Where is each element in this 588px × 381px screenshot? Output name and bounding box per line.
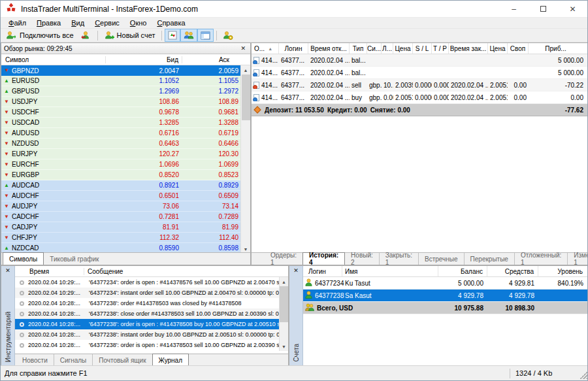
accounts-side-label[interactable]: Счета xyxy=(293,344,300,362)
resize-grip[interactable] xyxy=(580,371,587,379)
tab-symbols[interactable]: Символы xyxy=(3,252,44,265)
column-login[interactable]: Логин xyxy=(303,266,342,276)
toggle-market-watch-button[interactable] xyxy=(165,29,180,42)
menu-view[interactable]: Вид xyxy=(66,18,90,27)
symbol-row[interactable]: ▼AUDCHF0.65010.6509 xyxy=(1,191,242,201)
close-button[interactable]: ✕ xyxy=(558,1,587,17)
column-symbol[interactable]: Символ xyxy=(1,56,106,63)
symbol-row[interactable]: ▼GBPNZD2.00472.0059 xyxy=(1,65,242,76)
journal-row[interactable]: 2020.02.04 10:28:...'64377238': order #4… xyxy=(15,298,279,308)
column-level[interactable]: Уровень xyxy=(538,266,588,276)
tab-history[interactable]: История: 4 xyxy=(302,252,345,265)
symbol-row[interactable]: ▼CADJPY81.9181.99 xyxy=(1,222,242,233)
column-symbol[interactable]: Си... xyxy=(367,43,382,54)
toolbar: Подключить все Новый счет xyxy=(1,28,587,42)
symbol-row[interactable]: ▼AUDJPY73.0673.14 xyxy=(1,201,242,212)
accounts-close-icon[interactable]: ✕ xyxy=(291,267,301,274)
tab-mailbox[interactable]: Почтовый ящик xyxy=(92,354,152,366)
scroll-down-icon[interactable]: ▼ xyxy=(282,342,286,351)
symbol-row[interactable]: ▼NZDUSD0.64630.6466 xyxy=(1,139,242,149)
journal-close-icon[interactable]: ✕ xyxy=(3,267,12,274)
person-gear-icon xyxy=(223,31,233,41)
tab-close[interactable]: Закрыть: 1 xyxy=(379,253,418,265)
column-swap[interactable]: Своп xyxy=(508,43,529,54)
column-type[interactable]: Тип xyxy=(350,43,367,54)
column-equity[interactable]: Средства xyxy=(487,266,538,276)
column-profit[interactable]: Приб... xyxy=(529,43,588,54)
tab-signals[interactable]: Сигналы xyxy=(54,354,93,366)
account-settings-button[interactable] xyxy=(220,29,237,42)
journal-row[interactable]: 2020.02.04 10:28:...'64377238': close or… xyxy=(15,308,279,319)
toggle-accounts-button[interactable] xyxy=(180,29,197,42)
scroll-thumb[interactable] xyxy=(242,75,250,120)
column-sl[interactable]: S / L xyxy=(413,43,432,54)
order-row[interactable]: 414... 64377...2020.02.04 ... bal... 5 0… xyxy=(252,54,588,67)
connect-all-button[interactable]: Подключить все xyxy=(3,29,77,42)
symbol-row[interactable]: ▲AUDCAD0.89210.8929 xyxy=(1,180,242,191)
column-login[interactable]: Логин xyxy=(279,43,308,54)
tab-news[interactable]: Новости xyxy=(16,354,54,366)
column-ask[interactable]: Аск xyxy=(182,56,232,63)
column-bid[interactable]: Бид xyxy=(106,56,182,63)
journal-row[interactable]: 2020.02.04 10:29:...'64377234': order is… xyxy=(15,277,279,288)
account-row[interactable]: 64377234 Ku Tasut 5 000.00 4 929.81 840.… xyxy=(303,277,588,290)
column-price[interactable]: Цена xyxy=(393,43,413,54)
symbol-row[interactable]: ▼AUDUSD0.67160.6719 xyxy=(1,128,242,139)
price-down-icon: ▼ xyxy=(4,68,9,73)
order-row[interactable]: 414... 64377...2020.02.04 ... sellgbp...… xyxy=(252,79,588,91)
column-order[interactable]: О...▲ xyxy=(252,43,279,54)
tab-modify[interactable]: Изменить: 1 xyxy=(567,253,588,265)
symbol-row[interactable]: ▼USDJPY108.86108.89 xyxy=(1,97,242,107)
menu-file[interactable]: Файл xyxy=(3,18,31,27)
account-row[interactable]: 64377238 Sa Kasut 4 929.78 4 929.78 xyxy=(303,290,588,302)
order-row[interactable]: 414... 64377...2020.02.04 ... buygbp... … xyxy=(252,91,588,104)
market-watch-scrollbar[interactable]: ▲ ▼ xyxy=(240,65,250,254)
scroll-up-icon[interactable]: ▲ xyxy=(244,65,248,75)
scroll-up-icon[interactable]: ▲ xyxy=(282,277,286,286)
column-tp[interactable]: T / P xyxy=(432,43,449,54)
menu-service[interactable]: Сервис xyxy=(90,18,125,27)
menu-edit[interactable]: Правка xyxy=(31,18,66,27)
disconnect-all-button[interactable] xyxy=(77,29,95,42)
symbol-row[interactable]: ▼EURGBP0.85200.8523 xyxy=(1,170,242,180)
journal-row[interactable]: 2020.02.04 10:28:...'64377238': order is… xyxy=(15,340,279,350)
journal-scrollbar[interactable]: ▲ ▼ xyxy=(279,277,288,351)
summary-profit: -77.62 xyxy=(565,107,588,114)
tab-journal[interactable]: Журнал xyxy=(152,354,189,366)
symbol-row[interactable]: ▲GBPUSD1.29691.2972 xyxy=(1,86,242,97)
column-close-price[interactable]: Цена xyxy=(488,43,508,54)
journal-row[interactable]: 2020.02.04 10:28:...'64377238': order is… xyxy=(15,319,279,329)
symbol-row[interactable]: ▼CHFJPY112.32112.40 xyxy=(1,233,242,243)
title-bar: InstaTrader MultiTerminal - InstaForex-1… xyxy=(1,1,587,18)
journal-side-label[interactable]: Инструментарий xyxy=(5,312,12,362)
symbol-row[interactable]: ▼EURCHF1.06961.0699 xyxy=(1,159,242,170)
maximize-button[interactable] xyxy=(529,1,558,17)
column-lots[interactable]: Л... xyxy=(382,43,393,54)
column-balance[interactable]: Баланс xyxy=(438,266,487,276)
price-up-icon: ▲ xyxy=(4,246,9,251)
menu-window[interactable]: Окно xyxy=(125,18,152,27)
scroll-thumb[interactable] xyxy=(280,286,288,322)
symbol-row[interactable]: ▼CADCHF0.72810.7289 xyxy=(1,212,242,222)
tab-pending[interactable]: Отложенный: 1 xyxy=(514,253,567,265)
tab-tick-chart[interactable]: Тиковый график xyxy=(44,253,105,265)
tab-new[interactable]: Новый: 2 xyxy=(345,253,379,265)
tab-orders[interactable]: Ордеры: 1 xyxy=(265,253,302,265)
market-watch-close-icon[interactable]: ✕ xyxy=(238,45,248,52)
toggle-layout-button[interactable] xyxy=(197,29,214,42)
tab-counter[interactable]: Встречные xyxy=(418,253,464,265)
symbol-row[interactable]: ▼USDCAD1.32851.3288 xyxy=(1,118,242,128)
journal-row[interactable]: 2020.02.04 10:28:...'64377238': instant … xyxy=(15,329,279,340)
new-account-button[interactable]: Новый счет xyxy=(101,29,159,42)
symbol-row[interactable]: ▼USDCHF0.96780.9681 xyxy=(1,107,242,118)
menu-help[interactable]: Справка xyxy=(152,18,190,27)
symbol-row[interactable]: ▼EURJPY120.27120.30 xyxy=(1,149,242,159)
column-open-time[interactable]: Время отк... xyxy=(308,43,350,54)
order-row[interactable]: 414... 64377...2020.02.04 ... bal... 5 0… xyxy=(252,67,588,79)
column-name[interactable]: Имя xyxy=(342,266,438,276)
journal-row[interactable]: 2020.02.04 10:29:...'64377234': instant … xyxy=(15,288,279,298)
minimize-button[interactable]: – xyxy=(499,1,529,17)
tab-covered[interactable]: Перекрытые xyxy=(464,253,514,265)
symbol-row[interactable]: ▲EURUSD1.10521.1055 xyxy=(1,76,242,86)
column-close-time[interactable]: Время зак... xyxy=(449,43,488,54)
